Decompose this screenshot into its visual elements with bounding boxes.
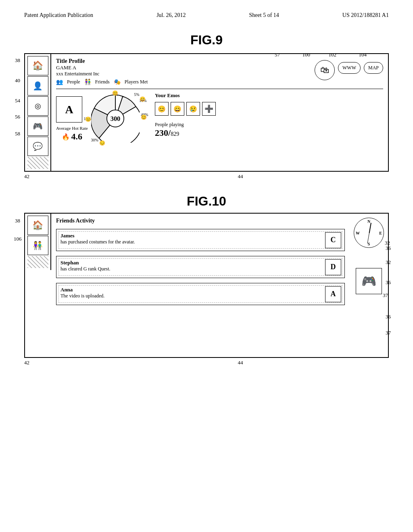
players-icon: 🎭: [114, 79, 121, 85]
sidebar-home-icon[interactable]: 🏠: [27, 56, 48, 75]
hot-rate-value: 4.6: [71, 131, 83, 142]
friends-activity-title: Friends Activity: [56, 218, 345, 224]
ref-36b: 36: [386, 279, 391, 286]
friend1-action: has purchased costumes for the avatar.: [60, 239, 322, 245]
sidebar-game-icon[interactable]: 🎮: [27, 116, 48, 136]
sidebar-chat-icon[interactable]: 💬: [27, 137, 48, 156]
friend3-name: Anna: [60, 287, 322, 293]
ref-32-outside: 32: [386, 259, 391, 266]
sidebar-home-icon-10[interactable]: 🏠: [27, 216, 48, 235]
friend2-action: has cleared G rank Quest.: [60, 266, 322, 272]
sidebar-user-icon[interactable]: 👤: [27, 76, 48, 96]
emo-icon-3[interactable]: 😢: [186, 102, 200, 116]
friends-icon: 👫: [84, 79, 91, 85]
players-met-label: Players Met: [125, 79, 148, 85]
people-playing-total: 829: [171, 131, 179, 137]
people-row: 👥 People 👫 Friends 🎭 Players Met: [56, 79, 148, 85]
emo-top: 😊: [112, 90, 118, 96]
emo-icon-add[interactable]: ➕: [202, 102, 216, 116]
flame-icon: 🔥: [62, 133, 70, 141]
patent-header: Patent Application Publication Jul. 26, …: [0, 0, 413, 23]
fig10-title: FIG.10: [187, 194, 226, 208]
fig9-title: FIG.9: [190, 33, 223, 47]
people-label: People: [67, 79, 80, 85]
sidebar-hatched-10: [27, 256, 48, 268]
friend1-avatar[interactable]: C: [325, 232, 341, 248]
header-center: Jul. 26, 2012: [156, 12, 186, 19]
ref-42-fig9: 42: [24, 173, 29, 180]
ref-38-fig10: 38: [15, 218, 20, 224]
svg-line-3: [367, 233, 369, 244]
sidebar-hatched: [27, 157, 48, 169]
map-button[interactable]: MAP: [364, 62, 383, 74]
compass: N S E W: [354, 218, 384, 248]
svg-line-2: [369, 223, 371, 233]
company-name: xxx Entertainment Inc: [56, 71, 148, 77]
svg-text:300: 300: [110, 115, 120, 123]
emo-icon-2[interactable]: 😄: [171, 102, 184, 116]
friend2-name: Stephan: [60, 260, 322, 266]
ref-37-outside: 37: [386, 330, 391, 336]
www-button[interactable]: WWW: [338, 62, 361, 74]
ref-56: 56: [15, 114, 20, 120]
ref-58: 58: [15, 131, 20, 137]
pie-chart: 300: [91, 94, 140, 143]
sidebar-circle-icon[interactable]: ◎: [27, 96, 48, 116]
emo-left: 😐: [85, 116, 91, 123]
ref-42-fig10: 42: [24, 360, 29, 366]
avg-hot-rate-label: Average Hot Rate: [56, 126, 88, 131]
emo-icon-1[interactable]: 😊: [155, 102, 169, 116]
header-right: US 2012/188281 A1: [342, 12, 389, 19]
game-avatar-icon: 🎮: [356, 268, 382, 294]
chart-letter-box: A: [56, 96, 82, 123]
game-name: GAME A: [56, 64, 148, 71]
friends-label: Friends: [95, 79, 110, 85]
emo-right: 😊: [141, 114, 147, 121]
friend3-avatar[interactable]: A: [325, 286, 341, 302]
sidebar-friends-icon-10[interactable]: 👫: [27, 236, 48, 255]
ref-44-fig10: 44: [238, 360, 243, 366]
people-icon: 👥: [56, 79, 63, 85]
ref-106: 106: [14, 236, 22, 242]
compass-needle-svg: [354, 218, 384, 248]
ref-36c: 36: [386, 314, 391, 320]
emo-bottom: 😔: [99, 140, 105, 146]
ref-54: 54: [15, 98, 20, 104]
ref-36a: 36: [386, 245, 391, 251]
shop-icon-circle[interactable]: 🛍: [315, 60, 335, 80]
friend-item-anna: Anna The video is uploaded. A: [56, 283, 345, 305]
ref-44-fig9: 44: [238, 173, 243, 180]
ref-38: 38: [15, 57, 20, 64]
ref-37: 37: [383, 292, 388, 299]
people-playing-value: 230: [155, 128, 168, 138]
your-emos-label: Your Emos: [155, 92, 383, 99]
header-left: Patent Application Publication: [24, 12, 93, 19]
friend-item-stephan: Stephan has cleared G rank Quest. D: [56, 256, 345, 278]
people-playing-label: People playing: [155, 122, 383, 128]
friend1-name: James: [60, 233, 322, 239]
friend-item-james: James has purchased costumes for the ava…: [56, 229, 345, 251]
friend3-action: The video is uploaded.: [60, 293, 322, 299]
emo-right-top: 😄: [140, 96, 146, 102]
ref-40: 40: [15, 77, 20, 84]
header-sheet: Sheet 5 of 14: [249, 12, 279, 19]
friend2-avatar[interactable]: D: [325, 259, 341, 275]
title-profile-label: Title Profile: [56, 58, 148, 64]
